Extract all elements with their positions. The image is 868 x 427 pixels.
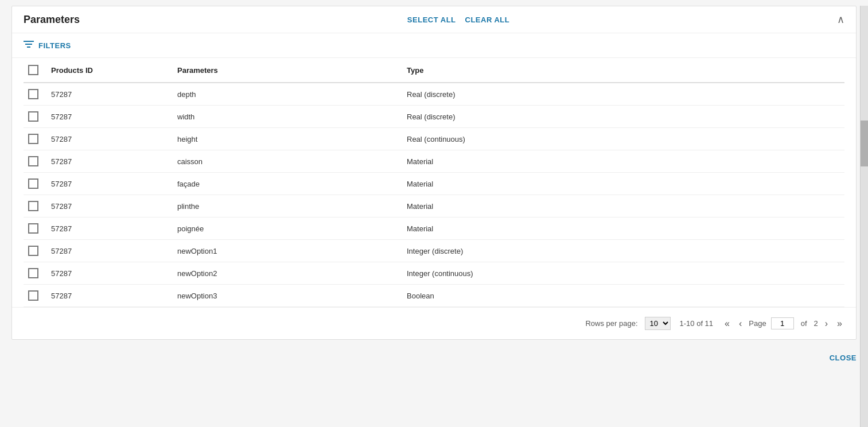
row-checkbox-cell-3 xyxy=(24,150,46,173)
row-product-id-9: 57287 xyxy=(46,285,173,307)
header-products-id: Products ID xyxy=(46,58,173,83)
first-page-button[interactable]: « xyxy=(722,318,732,329)
row-product-id-1: 57287 xyxy=(46,106,173,128)
rows-per-page-select[interactable]: 10 25 50 xyxy=(645,317,671,330)
filters-label: FILTERS xyxy=(38,41,71,50)
table-row: 57287 caisson Material xyxy=(24,150,844,173)
row-type-6: Material xyxy=(402,218,844,240)
header-type: Type xyxy=(402,58,844,83)
panel-header: Parameters SELECT ALL CLEAR ALL ∧ xyxy=(12,6,856,33)
row-parameter-9: newOption3 xyxy=(173,285,402,307)
row-checkbox-cell-4 xyxy=(24,173,46,195)
page-wrapper: Parameters SELECT ALL CLEAR ALL ∧ FILTER… xyxy=(0,6,868,427)
header-parameters: Parameters xyxy=(173,58,402,83)
row-checkbox-2[interactable] xyxy=(28,134,38,144)
row-checkbox-4[interactable] xyxy=(28,178,38,189)
row-type-3: Material xyxy=(402,150,844,173)
scrollbar[interactable] xyxy=(860,6,868,427)
pagination-range: 1-10 of 11 xyxy=(680,319,714,328)
row-checkbox-cell-9 xyxy=(24,285,46,307)
prev-page-button[interactable]: ‹ xyxy=(737,318,744,329)
row-checkbox-cell-8 xyxy=(24,262,46,285)
page-label: Page xyxy=(749,319,766,328)
row-type-9: Boolean xyxy=(402,285,844,307)
scrollbar-thumb[interactable] xyxy=(861,121,868,166)
parameters-table: Products ID Parameters Type 57287 xyxy=(24,58,844,307)
parameters-panel: Parameters SELECT ALL CLEAR ALL ∧ FILTER… xyxy=(11,6,857,340)
row-product-id-6: 57287 xyxy=(46,218,173,240)
row-type-5: Material xyxy=(402,195,844,218)
last-page-button[interactable]: » xyxy=(835,318,844,329)
table-row: 57287 width Real (discrete) xyxy=(24,106,844,128)
row-parameter-6: poignée xyxy=(173,218,402,240)
collapse-button[interactable]: ∧ xyxy=(837,13,844,26)
table-row: 57287 plinthe Material xyxy=(24,195,844,218)
row-type-7: Integer (discrete) xyxy=(402,240,844,262)
row-parameter-8: newOption2 xyxy=(173,262,402,285)
row-checkbox-cell-6 xyxy=(24,218,46,240)
row-checkbox-cell-7 xyxy=(24,240,46,262)
header-actions: SELECT ALL CLEAR ALL xyxy=(80,15,837,24)
close-button[interactable]: CLOSE xyxy=(830,354,857,362)
row-checkbox-1[interactable] xyxy=(28,111,38,122)
row-checkbox-5[interactable] xyxy=(28,201,38,211)
table-row: 57287 newOption1 Integer (discrete) xyxy=(24,240,844,262)
row-product-id-2: 57287 xyxy=(46,128,173,150)
filter-icon xyxy=(24,40,34,51)
row-type-1: Real (discrete) xyxy=(402,106,844,128)
row-product-id-8: 57287 xyxy=(46,262,173,285)
row-type-4: Material xyxy=(402,173,844,195)
row-product-id-0: 57287 xyxy=(46,83,173,106)
header-checkbox[interactable] xyxy=(28,65,38,75)
row-checkbox-9[interactable] xyxy=(28,290,38,301)
table-body: 57287 depth Real (discrete) 57287 width … xyxy=(24,83,844,307)
row-checkbox-cell-2 xyxy=(24,128,46,150)
panel-title: Parameters xyxy=(24,14,80,26)
row-checkbox-cell-0 xyxy=(24,83,46,106)
row-type-0: Real (discrete) xyxy=(402,83,844,106)
table-row: 57287 newOption3 Boolean xyxy=(24,285,844,307)
row-parameter-1: width xyxy=(173,106,402,128)
total-pages: 2 xyxy=(814,319,818,328)
row-checkbox-0[interactable] xyxy=(28,89,38,99)
table-row: 57287 poignée Material xyxy=(24,218,844,240)
table-header-row: Products ID Parameters Type xyxy=(24,58,844,83)
row-checkbox-8[interactable] xyxy=(28,268,38,278)
row-checkbox-cell-1 xyxy=(24,106,46,128)
row-parameter-7: newOption1 xyxy=(173,240,402,262)
row-checkbox-3[interactable] xyxy=(28,156,38,166)
row-checkbox-cell-5 xyxy=(24,195,46,218)
table-row: 57287 depth Real (discrete) xyxy=(24,83,844,106)
row-checkbox-6[interactable] xyxy=(28,223,38,234)
select-all-link[interactable]: SELECT ALL xyxy=(407,15,456,24)
table-container: Products ID Parameters Type 57287 xyxy=(12,58,856,307)
row-product-id-4: 57287 xyxy=(46,173,173,195)
page-input[interactable] xyxy=(771,317,794,329)
row-checkbox-7[interactable] xyxy=(28,246,38,256)
rows-per-page-label: Rows per page: xyxy=(585,319,637,328)
table-row: 57287 façade Material xyxy=(24,173,844,195)
row-product-id-7: 57287 xyxy=(46,240,173,262)
footer-close-container: CLOSE xyxy=(0,346,868,368)
of-label: of xyxy=(801,319,807,328)
pagination-bar: Rows per page: 10 25 50 1-10 of 11 « ‹ P… xyxy=(12,307,856,339)
row-product-id-3: 57287 xyxy=(46,150,173,173)
filters-bar[interactable]: FILTERS xyxy=(12,33,856,58)
row-type-2: Real (continuous) xyxy=(402,128,844,150)
row-parameter-3: caisson xyxy=(173,150,402,173)
table-row: 57287 height Real (continuous) xyxy=(24,128,844,150)
row-parameter-0: depth xyxy=(173,83,402,106)
header-checkbox-cell xyxy=(24,58,46,83)
table-row: 57287 newOption2 Integer (continuous) xyxy=(24,262,844,285)
row-parameter-2: height xyxy=(173,128,402,150)
row-type-8: Integer (continuous) xyxy=(402,262,844,285)
row-parameter-5: plinthe xyxy=(173,195,402,218)
row-product-id-5: 57287 xyxy=(46,195,173,218)
row-parameter-4: façade xyxy=(173,173,402,195)
clear-all-link[interactable]: CLEAR ALL xyxy=(465,15,510,24)
next-page-button[interactable]: › xyxy=(823,318,830,329)
